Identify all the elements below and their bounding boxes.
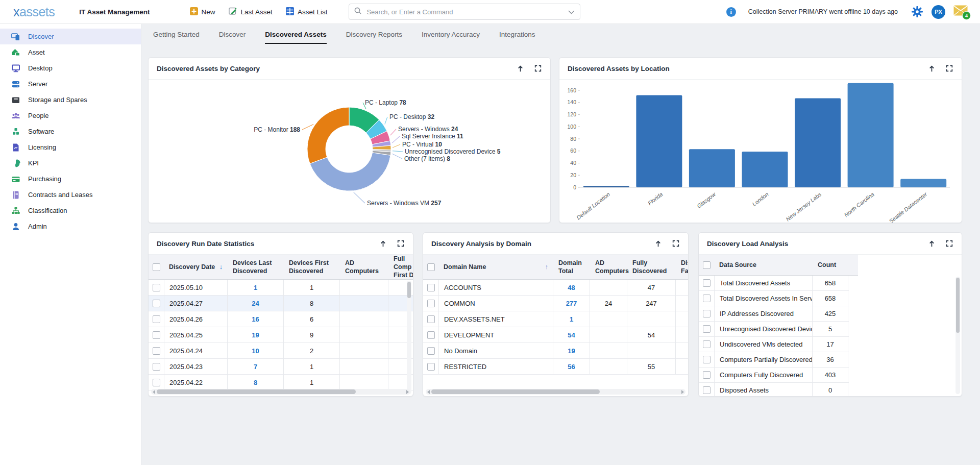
table-row[interactable]: Disposed Assets0 [699, 383, 849, 397]
sidebar-item-server[interactable]: Server [0, 76, 141, 92]
messages-button[interactable]: 4 [953, 5, 969, 18]
table-row[interactable]: 2025.04.24102 [149, 343, 413, 359]
sidebar-item-admin[interactable]: Admin [0, 218, 141, 234]
row-checkbox[interactable] [703, 279, 710, 287]
count-link[interactable]: 54 [568, 331, 575, 339]
sidebar-item-classification[interactable]: Classification [0, 203, 141, 218]
row-checkbox[interactable] [153, 379, 160, 386]
column-header[interactable]: Discovery Date↓ [164, 260, 228, 274]
command-search[interactable] [349, 4, 580, 20]
select-all-checkbox[interactable] [153, 263, 160, 271]
row-checkbox[interactable] [703, 310, 710, 317]
xassets-logo[interactable]: xassets [13, 5, 55, 19]
row-checkbox[interactable] [703, 340, 710, 348]
expand-icon[interactable] [945, 64, 953, 72]
row-checkbox[interactable] [153, 331, 160, 339]
column-header[interactable]: AD Computers [340, 256, 388, 279]
count-link[interactable]: 1 [570, 315, 573, 323]
settings-gear-icon[interactable] [911, 6, 923, 18]
row-checkbox[interactable] [703, 325, 710, 333]
sidebar-item-discover[interactable]: Discover [0, 29, 141, 44]
column-header[interactable]: FullyDiscovered [627, 256, 676, 279]
sidebar-item-licensing[interactable]: Licensing [0, 139, 141, 155]
table-row[interactable]: IP Addresses Discovered425 [699, 306, 849, 321]
table-row[interactable]: RESTRICTED56 55 [423, 359, 688, 375]
table-row[interactable]: COMMON27724247 [423, 296, 688, 311]
tab-discovered-assets[interactable]: Discovered Assets [265, 31, 326, 44]
count-link[interactable]: 48 [568, 284, 575, 291]
new-button[interactable]: New [190, 7, 215, 17]
table-row[interactable]: Computers Partially Discovered36 [699, 352, 849, 367]
table-row[interactable]: 2025.04.27248 [149, 296, 413, 311]
expand-icon[interactable] [672, 239, 680, 248]
column-header[interactable]: Domain Name↑ [438, 260, 553, 274]
row-checkbox[interactable] [427, 284, 435, 291]
tab-discover[interactable]: Discover [219, 31, 246, 44]
tab-discovery-reports[interactable]: Discovery Reports [346, 31, 402, 44]
column-header[interactable]: Devices FirstDiscovered [284, 256, 340, 279]
column-header[interactable]: Count [813, 258, 848, 272]
move-up-icon[interactable] [927, 64, 936, 73]
row-checkbox[interactable] [427, 331, 435, 339]
table-row[interactable]: 2025.04.2371 [149, 359, 413, 375]
table-row[interactable]: 2025.04.25199 [149, 327, 413, 343]
table-row[interactable]: Total Discovered Assets In Service658 [699, 291, 849, 306]
sidebar-item-purchasing[interactable]: Purchasing [0, 171, 141, 187]
table-row[interactable]: DEVELOPMENT54 54 [423, 327, 688, 343]
tab-integrations[interactable]: Integrations [499, 31, 535, 44]
expand-icon[interactable] [397, 239, 405, 248]
horizontal-scrollbar[interactable] [151, 389, 410, 395]
table-row[interactable]: Computers Fully Discovered403 [699, 368, 849, 382]
user-avatar[interactable]: PX [932, 5, 945, 19]
count-link[interactable]: 24 [252, 300, 259, 307]
chevron-down-icon[interactable] [568, 7, 575, 16]
row-checkbox[interactable] [703, 356, 710, 363]
column-header[interactable]: Full CompFirst Disc [388, 252, 413, 283]
row-checkbox[interactable] [153, 315, 160, 323]
column-header[interactable]: ADComputers [590, 256, 627, 279]
row-checkbox[interactable] [153, 363, 160, 371]
count-link[interactable]: 56 [568, 363, 575, 371]
row-checkbox[interactable] [153, 284, 160, 291]
row-checkbox[interactable] [703, 386, 710, 394]
count-link[interactable]: 19 [568, 347, 575, 355]
table-row[interactable]: Undiscovered VMs detected17 [699, 337, 849, 352]
count-link[interactable]: 19 [252, 331, 259, 339]
count-link[interactable]: 10 [252, 347, 259, 355]
sidebar-item-asset[interactable]: Asset [0, 44, 141, 60]
column-header[interactable]: DomainTotal [553, 256, 590, 279]
tab-inventory-accuracy[interactable]: Inventory Accuracy [422, 31, 480, 44]
select-all-checkbox[interactable] [703, 261, 710, 269]
asset-list-button[interactable]: Asset List [286, 7, 328, 17]
count-link[interactable]: 1 [254, 284, 257, 291]
column-header[interactable]: Data Source [714, 258, 813, 272]
table-row[interactable]: 2025.04.2281 [149, 375, 413, 390]
row-checkbox[interactable] [427, 315, 435, 323]
column-header[interactable]: DisFail [676, 256, 689, 279]
column-header[interactable]: Devices LastDiscovered [228, 256, 284, 279]
info-icon[interactable]: i [726, 7, 736, 17]
search-input[interactable] [365, 8, 564, 16]
count-link[interactable]: 7 [254, 363, 257, 371]
table-row[interactable]: Total Discovered Assets658 [699, 276, 849, 290]
location-bar-chart[interactable]: 020406080100120140160Default LocationFlo… [559, 80, 962, 223]
sidebar-item-kpi[interactable]: KPI [0, 155, 141, 171]
count-link[interactable]: 8 [254, 379, 257, 386]
row-checkbox[interactable] [153, 300, 160, 307]
select-all-checkbox[interactable] [427, 263, 435, 271]
move-up-icon[interactable] [379, 239, 387, 248]
count-link[interactable]: 277 [566, 300, 577, 307]
row-checkbox[interactable] [427, 363, 435, 371]
sidebar-item-contracts-and-leases[interactable]: Contracts and Leases [0, 187, 141, 203]
sidebar-item-storage-and-spares[interactable]: Storage and Spares [0, 92, 141, 108]
expand-icon[interactable] [945, 239, 953, 248]
move-up-icon[interactable] [516, 64, 525, 73]
category-donut-chart[interactable]: PC - Laptop 78PC - Desktop 32Servers - W… [149, 80, 550, 223]
horizontal-scrollbar[interactable] [426, 389, 685, 395]
row-checkbox[interactable] [153, 347, 160, 355]
table-row[interactable]: No Domain19 [423, 343, 688, 359]
sidebar-item-desktop[interactable]: Desktop [0, 60, 141, 76]
table-row[interactable]: DEV.XASSETS.NET1 [423, 311, 688, 327]
row-checkbox[interactable] [427, 347, 435, 355]
row-checkbox[interactable] [703, 371, 710, 379]
